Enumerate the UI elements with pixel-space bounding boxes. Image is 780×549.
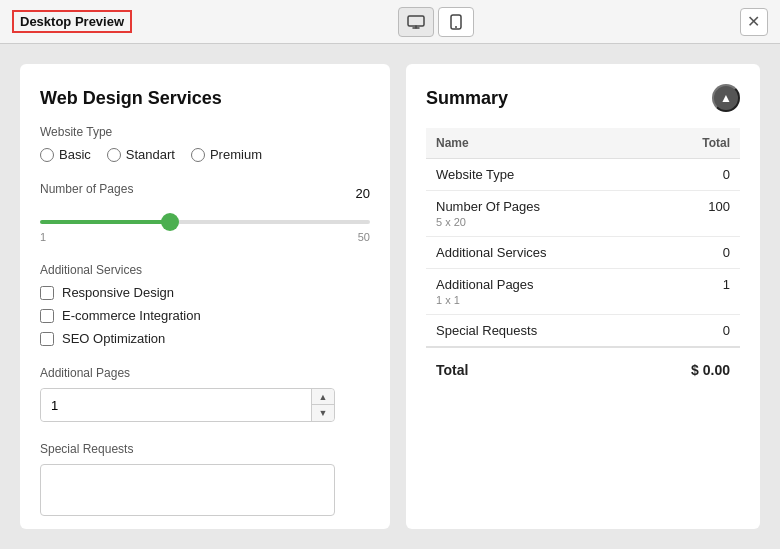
checkbox-ecommerce-label: E-commerce Integration [62, 308, 201, 323]
total-value: $ 0.00 [642, 347, 740, 386]
slider-wrapper [40, 212, 370, 227]
row-value-3: 1 [642, 269, 740, 315]
svg-rect-0 [408, 16, 424, 26]
col-total-header: Total [642, 128, 740, 159]
row-value-2: 0 [642, 237, 740, 269]
radio-standard-label: Standart [126, 147, 175, 162]
row-sub-1: 5 x 20 [436, 216, 632, 228]
checkbox-seo-label: SEO Optimization [62, 331, 165, 346]
summary-title: Summary [426, 88, 508, 109]
row-name-3: Additional Pages1 x 1 [426, 269, 642, 315]
additional-pages-input-wrapper: ▲ ▼ [40, 388, 335, 422]
spin-up-button[interactable]: ▲ [312, 389, 334, 405]
summary-row-0: Website Type0 [426, 159, 740, 191]
svg-point-4 [455, 26, 457, 28]
right-panel: Summary ▲ Name Total Website Type0Number… [406, 64, 760, 529]
checkbox-responsive-input[interactable] [40, 286, 54, 300]
desktop-preview-button[interactable] [398, 7, 434, 37]
row-name-2: Additional Services [426, 237, 642, 269]
slider-minmax: 1 50 [40, 231, 370, 243]
summary-table: Name Total Website Type0Number Of Pages5… [426, 128, 740, 386]
checkbox-responsive-label: Responsive Design [62, 285, 174, 300]
summary-row-2: Additional Services0 [426, 237, 740, 269]
total-label: Total [426, 347, 642, 386]
spin-down-button[interactable]: ▼ [312, 405, 334, 421]
close-button[interactable]: ✕ [740, 8, 768, 36]
additional-pages-label: Additional Pages [40, 366, 370, 380]
slider-header: Number of Pages 20 [40, 182, 370, 204]
summary-header: Summary ▲ [426, 84, 740, 112]
number-of-pages-section: Number of Pages 20 1 50 [40, 182, 370, 243]
left-panel-title: Web Design Services [40, 88, 370, 109]
special-requests-section: Special Requests [40, 442, 370, 519]
website-type-group: Basic Standart Premium [40, 147, 370, 162]
number-of-pages-label: Number of Pages [40, 182, 133, 196]
special-requests-label: Special Requests [40, 442, 370, 456]
summary-table-header-row: Name Total [426, 128, 740, 159]
collapse-button[interactable]: ▲ [712, 84, 740, 112]
summary-row-3: Additional Pages1 x 11 [426, 269, 740, 315]
left-panel: Web Design Services Website Type Basic S… [20, 64, 390, 529]
main-content: Web Design Services Website Type Basic S… [0, 44, 780, 549]
total-row: Total $ 0.00 [426, 347, 740, 386]
checkbox-responsive[interactable]: Responsive Design [40, 285, 370, 300]
slider-max: 50 [358, 231, 370, 243]
summary-row-1: Number Of Pages5 x 20100 [426, 191, 740, 237]
radio-premium-label: Premium [210, 147, 262, 162]
additional-pages-section: Additional Pages ▲ ▼ [40, 366, 370, 422]
row-name-1: Number Of Pages5 x 20 [426, 191, 642, 237]
additional-services-label: Additional Services [40, 263, 370, 277]
row-value-1: 100 [642, 191, 740, 237]
col-name-header: Name [426, 128, 642, 159]
checkbox-seo[interactable]: SEO Optimization [40, 331, 370, 346]
row-name-0: Website Type [426, 159, 642, 191]
spin-buttons: ▲ ▼ [311, 389, 334, 421]
radio-basic[interactable]: Basic [40, 147, 91, 162]
preview-toggle-group [398, 7, 474, 37]
slider-value-display: 20 [356, 186, 370, 201]
checkbox-ecommerce-input[interactable] [40, 309, 54, 323]
slider-min: 1 [40, 231, 46, 243]
row-sub-3: 1 x 1 [436, 294, 632, 306]
radio-premium[interactable]: Premium [191, 147, 262, 162]
radio-standard[interactable]: Standart [107, 147, 175, 162]
row-name-4: Special Requests [426, 315, 642, 348]
radio-basic-input[interactable] [40, 148, 54, 162]
desktop-preview-title: Desktop Preview [12, 10, 132, 33]
additional-pages-input[interactable] [41, 389, 311, 421]
radio-basic-label: Basic [59, 147, 91, 162]
special-requests-textarea[interactable] [40, 464, 335, 516]
checkbox-ecommerce[interactable]: E-commerce Integration [40, 308, 370, 323]
top-bar: Desktop Preview ✕ [0, 0, 780, 44]
website-type-label: Website Type [40, 125, 370, 139]
checkbox-seo-input[interactable] [40, 332, 54, 346]
radio-premium-input[interactable] [191, 148, 205, 162]
radio-standard-input[interactable] [107, 148, 121, 162]
pages-slider[interactable] [40, 220, 370, 224]
row-value-4: 0 [642, 315, 740, 348]
summary-row-4: Special Requests0 [426, 315, 740, 348]
mobile-preview-button[interactable] [438, 7, 474, 37]
additional-services-group: Responsive Design E-commerce Integration… [40, 285, 370, 346]
row-value-0: 0 [642, 159, 740, 191]
